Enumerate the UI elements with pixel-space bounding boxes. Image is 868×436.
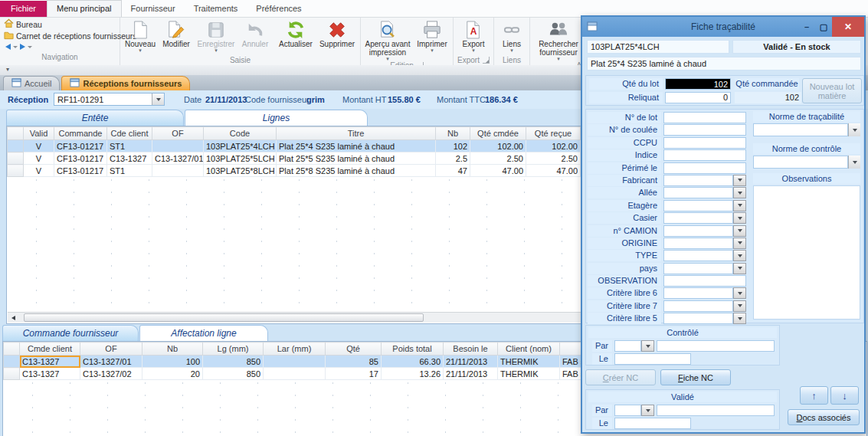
cell[interactable]: Plat 25*5 S235 laminé à chaud — [277, 152, 436, 165]
cell[interactable]: 2.50 — [470, 152, 526, 165]
nc-sheet-button[interactable]: Fiche NC — [660, 369, 731, 385]
column-header[interactable]: OF — [80, 343, 142, 356]
cell[interactable]: V — [24, 165, 54, 177]
tab-receptions-fournisseurs[interactable]: Réceptions fournisseurs — [61, 76, 190, 90]
row-indicator[interactable] — [4, 356, 20, 368]
cell[interactable]: 103PLAT25*4LCH — [204, 140, 277, 152]
cell[interactable]: 850 — [203, 368, 264, 380]
minimize-icon[interactable]: – — [798, 22, 815, 31]
column-header[interactable]: Qté reçue — [526, 127, 581, 140]
controlled-date-input[interactable] — [614, 353, 691, 365]
cell[interactable]: C13-1327 — [20, 356, 80, 368]
new-button[interactable]: Nouveau▾ — [122, 18, 159, 53]
dropdown-field[interactable] — [663, 300, 733, 312]
column-header[interactable]: Code — [204, 127, 277, 140]
text-field[interactable] — [663, 275, 746, 287]
tab-affectation-ligne[interactable]: Affectation ligne — [139, 325, 268, 341]
traceability-standard-dropdown[interactable] — [753, 123, 860, 136]
row-indicator[interactable] — [8, 165, 24, 177]
tab-entete[interactable]: Entête — [6, 110, 184, 126]
column-header[interactable]: Lar (mm) — [264, 343, 326, 356]
dropdown-arrow-icon[interactable] — [733, 313, 746, 324]
column-header[interactable]: Qté — [326, 343, 382, 356]
dropdown-arrow-icon[interactable] — [733, 175, 746, 186]
cell[interactable]: 103PLAT25*5LCH — [204, 152, 277, 165]
nav-back-icon[interactable] — [5, 44, 11, 50]
dropdown-field[interactable] — [663, 187, 733, 198]
cell[interactable]: CF13-01217 — [54, 140, 107, 152]
column-header[interactable]: OF — [152, 127, 204, 140]
cell[interactable]: Plat 25*8 S235 laminé à chaud — [277, 165, 436, 177]
dropdown-arrow-icon[interactable] — [733, 238, 746, 249]
column-header[interactable]: Cde client — [107, 127, 152, 140]
collapse-ribbon-icon[interactable]: ▾ — [6, 66, 9, 73]
cell[interactable]: 2.50 — [526, 152, 581, 165]
cell[interactable] — [152, 165, 204, 177]
dropdown-arrow-icon[interactable] — [733, 200, 746, 211]
print-button[interactable]: Imprimer▾ — [413, 18, 451, 53]
dropdown-field[interactable] — [663, 200, 733, 211]
dropdown-field[interactable] — [663, 225, 733, 237]
dropdown-arrow-icon[interactable] — [641, 405, 654, 416]
dropdown-arrow-icon[interactable] — [733, 263, 746, 274]
cell[interactable]: C13-1327/01 — [80, 356, 142, 368]
links-button[interactable]: Liens▾ — [496, 18, 528, 53]
cell[interactable]: V — [24, 140, 54, 152]
dropdown-field[interactable] — [663, 212, 733, 224]
dropdown-field[interactable] — [663, 287, 733, 299]
text-field[interactable] — [663, 149, 746, 161]
delete-button[interactable]: Supprimer — [316, 18, 359, 48]
combo-dropdown-icon[interactable] — [152, 93, 164, 105]
row-indicator[interactable] — [8, 140, 24, 152]
cell[interactable]: 47 — [436, 165, 470, 177]
cell[interactable]: THERMIK — [498, 368, 560, 380]
dialog-titlebar[interactable]: Fiche traçabilité – ▢ ✕ — [582, 17, 864, 37]
nav-forward-dropdown-icon[interactable] — [28, 46, 32, 48]
maximize-icon[interactable]: ▢ — [815, 22, 832, 32]
dropdown-arrow-icon[interactable] — [733, 250, 746, 261]
edit-button[interactable]: Modifier — [159, 18, 194, 48]
cell[interactable]: C13-1327/01 — [152, 152, 204, 165]
close-icon[interactable]: ✕ — [832, 17, 864, 37]
cell[interactable]: 47.00 — [526, 165, 581, 177]
dropdown-arrow-icon[interactable] — [733, 287, 746, 299]
scrollbar-thumb[interactable] — [24, 313, 424, 322]
cell[interactable]: 20 — [142, 368, 203, 380]
scroll-left-icon[interactable] — [8, 316, 19, 320]
nav-item-carnet-receptions[interactable]: Carnet de réceptions fournisseurs — [4, 30, 119, 41]
dialog-launcher-icon[interactable] — [483, 57, 490, 64]
ribbon-tab-preferences[interactable]: Préférences — [247, 1, 310, 17]
column-header[interactable]: Nb — [142, 343, 203, 356]
dropdown-field[interactable] — [663, 250, 733, 261]
tab-commande-fournisseur[interactable]: Commande fournisseur — [2, 325, 139, 341]
validated-date-input[interactable] — [614, 418, 691, 429]
nav-forward-icon[interactable] — [20, 44, 25, 50]
cell[interactable]: 2.5 — [436, 152, 470, 165]
reception-number-combobox[interactable]: RF11-01291 — [54, 93, 165, 106]
cell[interactable]: 13.26 — [382, 368, 444, 380]
dropdown-arrow-icon[interactable] — [733, 187, 746, 198]
move-up-button[interactable]: ↑ — [800, 386, 828, 405]
column-header[interactable]: Poids total — [382, 343, 444, 356]
cell[interactable]: CF13-01217 — [54, 165, 107, 177]
cell[interactable]: ST1 — [107, 140, 152, 152]
cell[interactable]: 21/11/2013 — [444, 368, 498, 380]
cell[interactable]: C13-1327 — [20, 368, 80, 380]
text-field[interactable] — [663, 124, 746, 136]
cell[interactable]: 850 — [203, 356, 264, 368]
cell[interactable]: ST1 — [107, 165, 152, 177]
text-field[interactable] — [663, 112, 746, 123]
column-header[interactable]: Lg (mm) — [203, 343, 264, 356]
refresh-button[interactable]: Actualiser — [276, 18, 316, 48]
text-field[interactable] — [663, 137, 746, 149]
save-button[interactable]: Enregistrer▾ — [194, 18, 238, 53]
move-down-button[interactable]: ↓ — [830, 386, 859, 405]
dropdown-arrow-icon[interactable] — [733, 212, 746, 224]
dropdown-arrow-icon[interactable] — [848, 123, 860, 136]
create-nc-button[interactable]: Créer NC — [585, 369, 656, 385]
cell[interactable] — [264, 368, 326, 380]
cell[interactable]: 103PLAT25*8LCH — [204, 165, 277, 177]
ribbon-tab-fournisseur[interactable]: Fournisseur — [122, 1, 185, 17]
undo-button[interactable]: Annuler — [238, 18, 272, 48]
ribbon-tab-menu-principal[interactable]: Menu principal — [47, 0, 122, 17]
